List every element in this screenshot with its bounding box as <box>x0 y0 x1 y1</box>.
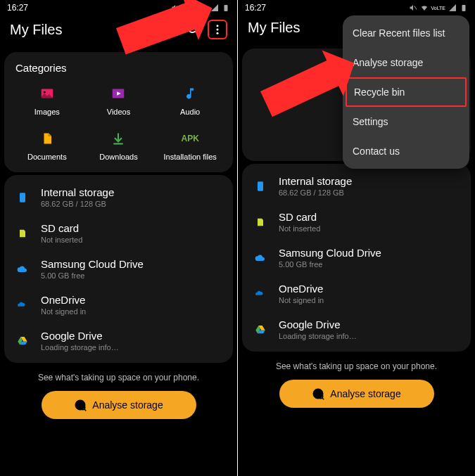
category-apk[interactable]: APK Installation files <box>154 129 226 161</box>
menu-clear-recent[interactable]: Clear Recent files list <box>343 18 469 48</box>
category-label: Downloads <box>99 153 137 161</box>
menu-contact-us[interactable]: Contact us <box>343 136 469 166</box>
storage-name: Samsung Cloud Drive <box>279 247 381 259</box>
category-label: Installation files <box>164 153 217 161</box>
analyse-storage-button[interactable]: Analyse storage <box>279 380 434 408</box>
apk-icon: APK <box>180 129 200 148</box>
analyse-storage-button[interactable]: Analyse storage <box>42 391 196 419</box>
svg-rect-10 <box>20 193 25 202</box>
bottom-hint: See what's taking up space on your phone… <box>238 361 475 371</box>
menu-analyse-storage[interactable]: Analyse storage <box>343 48 469 77</box>
menu-settings[interactable]: Settings <box>343 107 469 136</box>
storage-name: OneDrive <box>279 283 324 295</box>
cloud-icon <box>14 261 31 278</box>
category-downloads[interactable]: Downloads <box>83 129 155 161</box>
onedrive-icon <box>252 285 269 302</box>
category-label: Audio <box>180 108 200 116</box>
svg-line-12 <box>84 409 86 411</box>
storage-sub: Not inserted <box>279 224 320 233</box>
category-audio[interactable]: Audio <box>154 84 226 116</box>
bottom-hint: See what's taking up space on your phone… <box>0 373 237 382</box>
storage-name: Samsung Cloud Drive <box>41 258 144 270</box>
overflow-menu: Clear Recent files list Analyse storage … <box>343 15 469 169</box>
storage-gdrive[interactable]: Google DriveLoading storage info… <box>11 323 226 359</box>
svg-point-8 <box>44 91 46 94</box>
storage-sub: 5.00 GB free <box>41 271 144 280</box>
storage-name: Google Drive <box>41 330 119 342</box>
svg-line-13 <box>414 6 417 10</box>
storage-sub: Loading storage info… <box>41 343 119 352</box>
storage-gdrive[interactable]: Google DriveLoading storage info… <box>249 311 464 347</box>
storage-name: SD card <box>279 211 320 223</box>
storage-sub: Not inserted <box>41 236 82 244</box>
categories-title: Categories <box>15 62 222 74</box>
document-icon <box>37 129 57 148</box>
storage-name: OneDrive <box>41 294 86 306</box>
storage-sub: Not signed in <box>279 296 324 304</box>
storage-onedrive[interactable]: OneDriveNot signed in <box>11 287 226 323</box>
storage-name: Internal storage <box>41 186 114 198</box>
storage-sub: Not signed in <box>41 307 86 316</box>
storage-sdcard[interactable]: SD cardNot inserted <box>11 215 226 251</box>
clock: 16:27 <box>7 3 28 13</box>
analyse-label: Analyse storage <box>92 399 163 411</box>
network-label: VoLTE <box>431 6 446 11</box>
storage-internal[interactable]: Internal storage68.62 GB / 128 GB <box>249 168 464 204</box>
analyse-label: Analyse storage <box>330 388 400 399</box>
storage-sub: 5.00 GB free <box>279 260 381 269</box>
analyse-icon <box>312 387 324 400</box>
phone-icon <box>14 189 31 206</box>
gdrive-icon <box>14 333 31 349</box>
phone-left: 16:27 VoLTE My Files Categories Images V… <box>0 0 237 476</box>
storage-sub: 68.62 GB / 128 GB <box>279 188 352 197</box>
music-icon <box>180 84 200 103</box>
storage-name: SD card <box>41 222 82 234</box>
mute-icon <box>409 4 417 12</box>
storage-sub: 68.62 GB / 128 GB <box>41 200 114 208</box>
onedrive-icon <box>14 297 31 314</box>
download-icon <box>108 129 128 148</box>
image-icon <box>37 84 57 103</box>
svg-rect-1 <box>224 5 228 11</box>
category-images[interactable]: Images <box>11 84 83 116</box>
svg-rect-15 <box>258 181 263 191</box>
storage-sub: Loading storage info… <box>279 332 357 340</box>
storage-internal[interactable]: Internal storage68.62 GB / 128 GB <box>11 179 226 215</box>
storage-onedrive[interactable]: OneDriveNot signed in <box>249 276 464 311</box>
storage-name: Internal storage <box>279 175 352 187</box>
svg-rect-14 <box>462 5 466 11</box>
storage-samsungcloud[interactable]: Samsung Cloud Drive5.00 GB free <box>249 240 464 276</box>
storage-sdcard[interactable]: SD cardNot inserted <box>249 204 464 240</box>
sdcard-icon <box>252 214 269 231</box>
gdrive-icon <box>252 321 269 338</box>
sdcard-icon <box>14 225 31 242</box>
storage-card: Internal storage68.62 GB / 128 GB SD car… <box>4 175 233 363</box>
category-label: Videos <box>107 108 130 116</box>
play-icon <box>108 84 128 103</box>
categories-grid: Images Videos Audio Documents Downloads … <box>11 84 226 161</box>
status-icons: VoLTE <box>409 4 469 12</box>
battery-icon <box>222 4 230 12</box>
storage-name: Google Drive <box>279 319 357 330</box>
category-label: Images <box>34 108 60 116</box>
phone-icon <box>252 178 269 195</box>
category-documents[interactable]: Documents <box>11 129 83 161</box>
storage-card: Internal storage68.62 GB / 128 GB SD car… <box>242 164 471 352</box>
category-videos[interactable]: Videos <box>83 84 155 116</box>
wifi-icon <box>420 4 429 12</box>
clock: 16:27 <box>245 3 266 13</box>
category-label: Documents <box>27 153 67 161</box>
svg-line-17 <box>322 398 324 399</box>
cloud-icon <box>252 250 269 266</box>
battery-icon <box>460 4 468 12</box>
analyse-icon <box>74 399 87 411</box>
storage-samsungcloud[interactable]: Samsung Cloud Drive5.00 GB free <box>11 251 226 287</box>
signal-icon <box>448 4 457 12</box>
statusbar: 16:27 VoLTE <box>238 0 475 14</box>
categories-card: Categories Images Videos Audio Documents… <box>4 52 233 172</box>
menu-recycle-bin[interactable]: Recycle bin <box>346 77 467 107</box>
